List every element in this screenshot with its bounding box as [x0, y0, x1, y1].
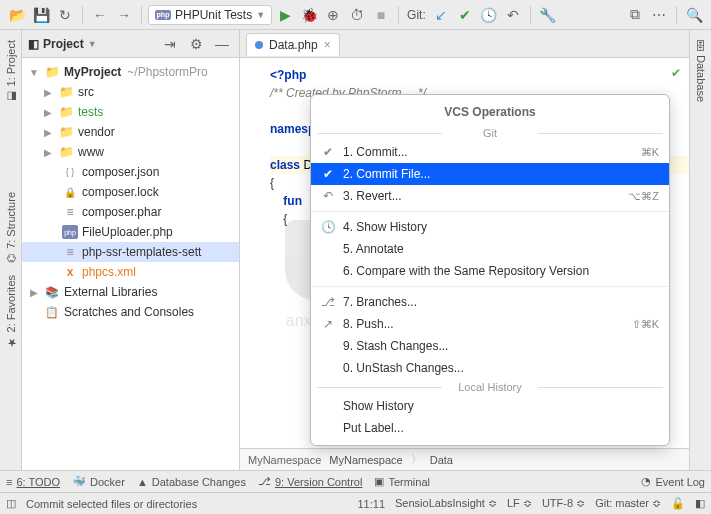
popup-stash[interactable]: 9. Stash Changes...: [311, 335, 669, 357]
sidebar-structure-tab[interactable]: ⌬7: Structure: [2, 186, 19, 269]
project-panel: ◧ Project ▼ ⇥ ⚙ — 📁MyProject~/PhpstormPr…: [22, 30, 240, 470]
popup-compare[interactable]: 6. Compare with the Same Repository Vers…: [311, 260, 669, 282]
status-sensio[interactable]: SensioLabsInsight ≎: [395, 497, 497, 510]
ide-split-icon[interactable]: ⧉: [624, 4, 646, 26]
rollback-icon[interactable]: ↶: [502, 4, 524, 26]
status-window-icon[interactable]: ◫: [6, 497, 16, 510]
tree-file-phpcs-xml[interactable]: phpcs.xml: [22, 262, 239, 282]
run-configuration-selector[interactable]: php PHPUnit Tests ▼: [148, 5, 272, 25]
popup-commit[interactable]: ✔1. Commit...⌘K: [311, 141, 669, 163]
tree-external-libraries[interactable]: External Libraries: [22, 282, 239, 302]
tree-file-composer-lock[interactable]: composer.lock: [22, 182, 239, 202]
commit-icon[interactable]: ✔: [454, 4, 476, 26]
tree-file-composer-json[interactable]: composer.json: [22, 162, 239, 182]
tree-folder-www[interactable]: 📁www: [22, 142, 239, 162]
popup-section-git: Git: [311, 125, 669, 141]
git-label: Git:: [407, 8, 426, 22]
chevron-down-icon: ▼: [256, 10, 265, 20]
popup-push[interactable]: ↗8. Push...⇧⌘K: [311, 313, 669, 335]
php-icon: php: [155, 10, 171, 20]
breadcrumb-class[interactable]: Data: [430, 454, 453, 466]
inspection-ok-icon: ✔: [671, 64, 681, 82]
popup-title: VCS Operations: [311, 101, 669, 125]
collapse-icon[interactable]: ⇥: [159, 33, 181, 55]
popup-annotate[interactable]: 5. Annotate: [311, 238, 669, 260]
tree-file-fileuploader[interactable]: phpFileUploader.php: [22, 222, 239, 242]
ide-menu-icon[interactable]: ⋯: [648, 4, 670, 26]
search-icon[interactable]: 🔍: [683, 4, 705, 26]
gear-icon[interactable]: ⚙: [185, 33, 207, 55]
hide-icon[interactable]: —: [211, 33, 233, 55]
stop-icon[interactable]: ■: [370, 4, 392, 26]
run-config-label: PHPUnit Tests: [175, 8, 252, 22]
tab-label: Data.php: [269, 38, 318, 52]
back-icon[interactable]: ←: [89, 4, 111, 26]
tab-todo[interactable]: ≡ 6: TODO: [6, 476, 60, 488]
tree-file-composer-phar[interactable]: composer.phar: [22, 202, 239, 222]
status-lock-icon[interactable]: 🔓: [671, 497, 685, 510]
popup-local-show-history[interactable]: Show History: [311, 395, 669, 417]
open-icon[interactable]: 📂: [6, 4, 28, 26]
update-icon[interactable]: ↙: [430, 4, 452, 26]
status-git-branch[interactable]: Git: master ≎: [595, 497, 661, 510]
popup-revert[interactable]: ↶3. Revert...⌥⌘Z: [311, 185, 669, 207]
debug-icon[interactable]: 🐞: [298, 4, 320, 26]
sidebar-database-tab[interactable]: 🗄Database: [693, 34, 709, 108]
popup-show-history[interactable]: 🕓4. Show History: [311, 216, 669, 238]
tab-db-changes[interactable]: ▲ Database Changes: [137, 476, 246, 488]
tab-docker[interactable]: 🐳 Docker: [72, 475, 125, 488]
breadcrumb-ns[interactable]: MyNamespace: [248, 454, 321, 466]
status-line-sep[interactable]: LF ≎: [507, 497, 532, 510]
run-icon[interactable]: ▶: [274, 4, 296, 26]
project-panel-header: ◧ Project ▼ ⇥ ⚙ —: [22, 30, 239, 58]
bottom-tool-tabs: ≡ 6: TODO 🐳 Docker ▲ Database Changes ⎇ …: [0, 470, 711, 492]
popup-unstash[interactable]: 0. UnStash Changes...: [311, 357, 669, 379]
breadcrumb: MyNamespaceMyNamespace 〉 Data: [240, 448, 689, 470]
tree-folder-tests[interactable]: 📁tests: [22, 102, 239, 122]
coverage-icon[interactable]: ⊕: [322, 4, 344, 26]
tree-folder-src[interactable]: 📁src: [22, 82, 239, 102]
popup-section-local: Local History: [311, 379, 669, 395]
tree-root[interactable]: 📁MyProject~/PhpstormPro: [22, 62, 239, 82]
tab-version-control[interactable]: ⎇ 9: Version Control: [258, 475, 362, 488]
popup-branches[interactable]: ⎇7. Branches...: [311, 291, 669, 313]
save-icon[interactable]: 💾: [30, 4, 52, 26]
tree-file-php-ssr[interactable]: php-ssr-templates-sett: [22, 242, 239, 262]
right-gutter: 🗄Database: [689, 30, 711, 470]
vcs-operations-popup: VCS Operations Git ✔1. Commit...⌘K ✔2. C…: [310, 94, 670, 446]
profile-icon[interactable]: ⏱: [346, 4, 368, 26]
left-gutter: ◧1: Project ⌬7: Structure ★2: Favorites: [0, 30, 22, 470]
sidebar-project-tab[interactable]: ◧1: Project: [2, 34, 19, 109]
main-toolbar: 📂 💾 ↻ ← → php PHPUnit Tests ▼ ▶ 🐞 ⊕ ⏱ ■ …: [0, 0, 711, 30]
popup-local-put-label[interactable]: Put Label...: [311, 417, 669, 439]
project-tree: 📁MyProject~/PhpstormPro 📁src 📁tests 📁ven…: [22, 58, 239, 470]
sidebar-favorites-tab[interactable]: ★2: Favorites: [2, 269, 19, 355]
tree-scratches[interactable]: Scratches and Consoles: [22, 302, 239, 322]
status-overlay-icon[interactable]: ◧: [695, 497, 705, 510]
settings-icon[interactable]: 🔧: [537, 4, 559, 26]
close-tab-icon[interactable]: ×: [324, 38, 331, 52]
history-icon[interactable]: 🕓: [478, 4, 500, 26]
status-message: Commit selected files or directories: [26, 498, 197, 510]
tab-terminal[interactable]: ▣ Terminal: [374, 475, 430, 488]
editor-tab-data-php[interactable]: Data.php ×: [246, 33, 340, 56]
file-type-icon: [255, 41, 263, 49]
status-bar: ◫ Commit selected files or directories 1…: [0, 492, 711, 514]
panel-title[interactable]: ◧ Project ▼: [28, 37, 97, 51]
refresh-icon[interactable]: ↻: [54, 4, 76, 26]
popup-commit-file[interactable]: ✔2. Commit File...: [311, 163, 669, 185]
status-encoding[interactable]: UTF-8 ≎: [542, 497, 585, 510]
tree-folder-vendor[interactable]: 📁vendor: [22, 122, 239, 142]
editor-tabs: Data.php ×: [240, 30, 689, 58]
status-caret-pos[interactable]: 11:11: [358, 498, 386, 510]
forward-icon[interactable]: →: [113, 4, 135, 26]
tab-event-log[interactable]: ◔ Event Log: [641, 475, 705, 488]
